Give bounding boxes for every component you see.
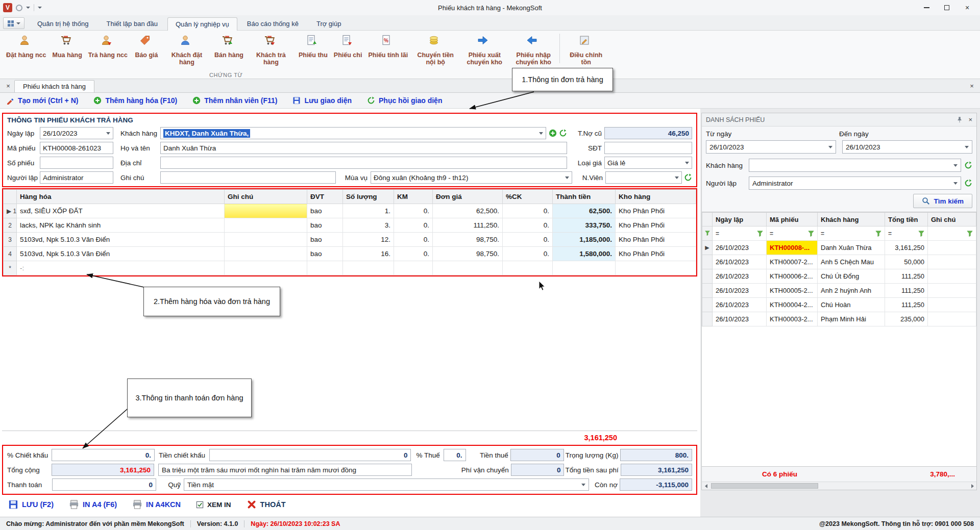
col-km[interactable]: KM xyxy=(394,190,433,204)
col-ngay-lap[interactable]: Ngày lập xyxy=(713,213,767,226)
so-phieu-input[interactable] xyxy=(40,157,113,169)
refresh-icon[interactable] xyxy=(559,129,567,137)
chevron-down-icon[interactable] xyxy=(26,7,30,9)
add-customer-icon[interactable] xyxy=(549,129,557,137)
search-button[interactable]: Tìm kiếm xyxy=(913,194,972,208)
ribbon-button-dat-hang-ncc[interactable]: Đặt hàng ncc xyxy=(3,33,50,59)
col-don-gia[interactable]: Đơn giá xyxy=(433,190,503,204)
menu-tab-bao-cao-thong-ke[interactable]: Báo cáo thống kê xyxy=(239,17,307,30)
customize-toolbar-icon[interactable] xyxy=(38,7,42,9)
voucher-row-6[interactable]: 26/10/2023 KTH00003-2... Phạm Minh Hải 2… xyxy=(702,312,976,326)
col-kho-hang[interactable]: Kho hàng xyxy=(616,190,696,204)
menu-tab-quan-tri-he-thong[interactable]: Quản trị hệ thống xyxy=(29,17,96,30)
filter-icon[interactable] xyxy=(967,231,973,237)
add-employee-button[interactable]: Thêm nhân viên (F11) xyxy=(192,96,277,105)
ribbon-button-chuyen-tien-noi-bo[interactable]: Chuyển tiền nội bộ xyxy=(411,33,460,66)
close-all-tabs-icon[interactable]: × xyxy=(967,80,977,91)
ribbon-button-phieu-thu[interactable]: Phiếu thu xyxy=(296,33,331,59)
ribbon-button-tra-hang-ncc[interactable]: Trả hàng ncc xyxy=(85,33,131,59)
ribbon-button-phieu-xuat-chuyen-kho[interactable]: Phiếu xuất chuyển kho xyxy=(460,33,509,66)
add-item-button[interactable]: Thêm hàng hóa (F10) xyxy=(93,96,177,105)
voucher-row-5[interactable]: 26/10/2023 KTH00004-2... Chú Hoàn 111,25… xyxy=(702,298,976,312)
new-record-button[interactable]: Tạo mới (Ctrl + N) xyxy=(6,96,78,105)
voucher-row-1[interactable]: ▶ 26/10/2023 KTH00008-... Danh Xuân Thừa… xyxy=(702,241,976,255)
filter-icon[interactable] xyxy=(875,231,881,237)
print-a4-button[interactable]: IN A4 (F6) xyxy=(69,499,117,510)
refresh-icon[interactable] xyxy=(684,173,692,182)
phi-van-chuyen-input[interactable]: 0 xyxy=(511,464,565,476)
mua-vu-dropdown[interactable]: Đông xuân (Khoảng th9 - th12) xyxy=(371,171,572,184)
filter-icon[interactable] xyxy=(918,231,924,237)
ribbon-button-mua-hang[interactable]: Mua hàng xyxy=(50,33,85,59)
refresh-icon[interactable] xyxy=(964,161,972,169)
quick-access-circle-icon[interactable] xyxy=(16,5,22,11)
tab-phieu-khach-tra-hang[interactable]: Phiếu khách trả hàng xyxy=(14,80,94,92)
pin-icon[interactable] xyxy=(956,116,963,123)
col-thanh-tien[interactable]: Thành tiền xyxy=(553,190,616,204)
ribbon-button-dieu-chinh-ton[interactable]: Điều chỉnh tồn xyxy=(561,33,610,66)
menu-tab-quan-ly-nghiep-vu[interactable]: Quản lý nghiệp vụ xyxy=(167,17,237,31)
quy-dropdown[interactable]: Tiền mặt xyxy=(184,478,589,491)
save-button[interactable]: LƯU (F2) xyxy=(8,499,54,510)
tien-chiet-khau-input[interactable]: 0 xyxy=(209,449,411,461)
save-layout-button[interactable]: Lưu giao diện xyxy=(292,96,352,105)
col-khach-hang[interactable]: Khách hàng xyxy=(818,213,885,226)
loai-gia-dropdown[interactable]: Giá lẻ xyxy=(604,157,692,169)
refresh-icon[interactable] xyxy=(964,179,972,187)
item-row-4[interactable]: 4 5103vd, Npk 5.10.3 Văn Điển bao 16. 0.… xyxy=(4,247,696,261)
nguoi-lap-input[interactable]: Administrator xyxy=(40,171,113,184)
menu-tab-thiet-lap-ban-dau[interactable]: Thiết lập ban đầu xyxy=(98,17,165,30)
dia-chi-input[interactable] xyxy=(160,157,567,169)
sdt-input[interactable] xyxy=(604,142,692,154)
col-ghi-chu[interactable]: Ghi chú xyxy=(928,213,976,226)
ribbon-button-phieu-tinh-lai[interactable]: Phiếu tính lãi xyxy=(365,33,411,59)
col-tong-tien[interactable]: Tổng tiền xyxy=(885,213,928,226)
menu-tab-tro-giup[interactable]: Trợ giúp xyxy=(308,17,350,30)
close-tab-icon[interactable]: × xyxy=(3,80,13,91)
item-row-3[interactable]: 3 5103vd, Npk 5.10.3 Văn Điển bao 12. 0.… xyxy=(4,233,696,247)
ribbon-button-ban-hang[interactable]: Bán hàng xyxy=(211,33,247,59)
restore-layout-button[interactable]: Phục hồi giao diện xyxy=(367,96,442,105)
close-button[interactable]: × xyxy=(960,2,975,13)
ribbon-button-phieu-chi[interactable]: Phiếu chi xyxy=(331,33,365,59)
chiet-khau-pct-input[interactable]: 0. xyxy=(52,449,155,461)
minimize-button[interactable] xyxy=(919,2,934,13)
scroll-right-icon[interactable] xyxy=(968,482,976,490)
ngay-lap-date-picker[interactable]: 26/10/2023 xyxy=(40,127,113,139)
ma-phieu-input[interactable]: KTH00008-261023 xyxy=(40,142,113,154)
voucher-row-4[interactable]: 26/10/2023 KTH00005-2... Anh 2 huỳnh Anh… xyxy=(702,284,976,298)
scrollbar-thumb[interactable] xyxy=(711,483,818,489)
scroll-left-icon[interactable] xyxy=(702,482,710,490)
new-item-row[interactable]: * -: xyxy=(4,261,696,275)
den-ngay-date-picker[interactable]: 26/10/2023 xyxy=(842,140,972,154)
selected-voucher-code[interactable]: KTH00008-... xyxy=(767,241,818,255)
ghi-chu-input[interactable] xyxy=(160,171,336,184)
col-so-luong[interactable]: Số lượng xyxy=(343,190,394,204)
item-row-1[interactable]: ▶ 1 sxđ, SIÊU XỐP ĐẤT bao 1. 0. 62,500. … xyxy=(4,204,696,218)
voucher-row-2[interactable]: 26/10/2023 KTH00007-2... Anh 5 Chệch Mau… xyxy=(702,255,976,269)
exit-button[interactable]: THOÁT xyxy=(247,499,286,510)
col-dvt[interactable]: ĐVT xyxy=(307,190,343,204)
khach-hang-combobox[interactable]: KHDXT, Danh Xuân Thừa, xyxy=(160,127,546,139)
thanh-toan-input[interactable]: 0 xyxy=(52,478,156,491)
filter-icon[interactable] xyxy=(808,231,814,237)
print-a4kcn-button[interactable]: IN A4KCN xyxy=(132,499,181,510)
voucher-row-3[interactable]: 26/10/2023 KTH00006-2... Chú Út Đổng 111… xyxy=(702,269,976,284)
ho-ten-input[interactable]: Danh Xuân Thừa xyxy=(160,142,567,154)
panel-khach-hang-dropdown[interactable] xyxy=(749,159,961,172)
ribbon-button-phieu-nhap-chuyen-kho[interactable]: Phiếu nhập chuyển kho xyxy=(509,33,558,66)
focused-cell[interactable] xyxy=(225,204,307,218)
ribbon-button-khach-tra-hang[interactable]: Khách trả hàng xyxy=(247,33,296,66)
horizontal-scrollbar[interactable] xyxy=(702,482,976,490)
col-ma-phieu[interactable]: Mã phiếu xyxy=(767,213,818,226)
filter-icon[interactable] xyxy=(757,231,763,237)
close-panel-icon[interactable]: × xyxy=(968,116,972,123)
col-ghi-chu[interactable]: Ghi chú xyxy=(225,190,307,204)
preview-print-checkbox[interactable]: XEM IN xyxy=(196,501,231,509)
nvien-dropdown[interactable] xyxy=(605,171,682,184)
panel-nguoi-lap-dropdown[interactable]: Administrator xyxy=(749,176,961,190)
ribbon-button-khach-dat-hang[interactable]: Khách đặt hàng xyxy=(162,33,211,66)
menu-launcher-button[interactable] xyxy=(3,17,24,29)
maximize-button[interactable] xyxy=(939,2,954,13)
col-ck[interactable]: %CK xyxy=(503,190,553,204)
